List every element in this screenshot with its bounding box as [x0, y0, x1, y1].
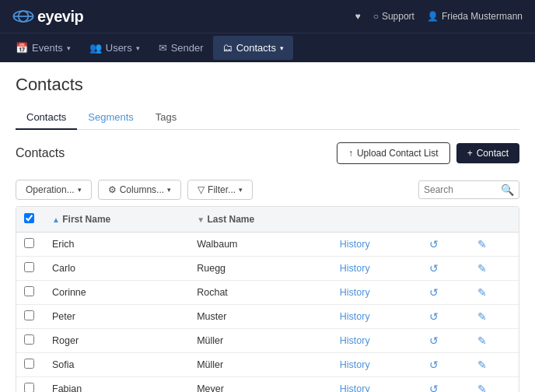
history-link[interactable]: History: [340, 263, 370, 274]
row-checkbox[interactable]: [24, 286, 34, 296]
refresh-icon[interactable]: ↺: [429, 310, 439, 323]
row-last-name: Müller: [189, 353, 332, 377]
row-checkbox[interactable]: [24, 334, 34, 345]
filter-dropdown-icon: ▾: [239, 186, 243, 194]
history-col-header: [332, 207, 421, 233]
row-last-name: Meyer: [189, 377, 332, 393]
subnav-item-users[interactable]: 👥 Users ▾: [80, 36, 149, 60]
edit-icon[interactable]: ✎: [477, 262, 487, 275]
search-input[interactable]: [424, 184, 501, 195]
history-link[interactable]: History: [340, 311, 370, 322]
edit-icon[interactable]: ✎: [477, 359, 487, 371]
filter-button[interactable]: ▽ Filter... ▾: [187, 180, 253, 200]
operation-button[interactable]: Operation... ▾: [16, 180, 92, 200]
logo-svg: [12, 9, 34, 23]
row-checkbox-cell: [16, 329, 44, 353]
last-name-header[interactable]: ▼ Last Name: [189, 207, 332, 233]
row-checkbox-cell: [16, 353, 44, 377]
contacts-dropdown-icon: ▾: [280, 44, 284, 52]
row-checkbox[interactable]: [24, 262, 34, 272]
first-name-header[interactable]: ▲ First Name: [44, 207, 189, 233]
navbar: eyevip ♥ ○ Support 👤 Frieda Mustermann: [0, 0, 535, 33]
row-checkbox[interactable]: [24, 383, 34, 392]
row-edit-cell: ✎: [470, 305, 519, 329]
table-row: Corinne Rochat History ↺ ✎: [16, 281, 519, 305]
history-link[interactable]: History: [340, 383, 370, 392]
operation-dropdown-icon: ▾: [78, 186, 82, 194]
users-icon: 👥: [89, 42, 102, 54]
navbar-right: ♥ ○ Support 👤 Frieda Mustermann: [355, 11, 523, 22]
history-link[interactable]: History: [340, 359, 370, 370]
row-history-cell: History: [332, 281, 421, 305]
row-first-name: Peter: [44, 305, 189, 329]
tab-segments[interactable]: Segments: [77, 106, 145, 130]
users-dropdown-icon: ▾: [136, 44, 140, 52]
edit-icon[interactable]: ✎: [477, 238, 487, 250]
columns-button[interactable]: ⚙ Columns... ▾: [98, 180, 181, 200]
refresh-col-header: [421, 207, 470, 233]
table-row: Sofia Müller History ↺ ✎: [16, 353, 519, 377]
table-row: Erich Walbaum History ↺ ✎: [16, 233, 519, 257]
page-content: Contacts Contacts Segments Tags Contacts…: [0, 62, 535, 392]
user-icon: 👤: [427, 11, 439, 22]
edit-icon[interactable]: ✎: [477, 286, 487, 299]
search-icon[interactable]: 🔍: [501, 184, 514, 196]
row-checkbox[interactable]: [24, 310, 34, 320]
row-checkbox[interactable]: [24, 359, 34, 369]
section-header: Contacts ↑ Upload Contact List + Contact: [16, 142, 519, 164]
row-last-name: Rochat: [189, 281, 332, 305]
row-refresh-cell: ↺: [421, 281, 470, 305]
check-all-checkbox[interactable]: [24, 213, 34, 223]
row-refresh-cell: ↺: [421, 257, 470, 281]
row-history-cell: History: [332, 377, 421, 393]
edit-col-header: [470, 207, 519, 233]
refresh-icon[interactable]: ↺: [429, 238, 439, 250]
row-last-name: Ruegg: [189, 257, 332, 281]
navbar-left: eyevip: [12, 8, 83, 26]
history-link[interactable]: History: [340, 287, 370, 298]
subnav-item-contacts[interactable]: 🗂 Contacts ▾: [213, 36, 293, 60]
events-icon: 📅: [16, 42, 28, 54]
user-menu[interactable]: 👤 Frieda Mustermann: [427, 11, 523, 22]
refresh-icon[interactable]: ↺: [429, 359, 439, 371]
refresh-icon[interactable]: ↺: [429, 286, 439, 299]
history-link[interactable]: History: [340, 335, 370, 346]
contacts-table-wrap: ▲ First Name ▼ Last Name Erich Wa: [16, 206, 519, 392]
history-link[interactable]: History: [340, 239, 370, 250]
row-refresh-cell: ↺: [421, 353, 470, 377]
table-row: Peter Muster History ↺ ✎: [16, 305, 519, 329]
search-wrapper: 🔍: [418, 180, 519, 199]
columns-dropdown-icon: ▾: [167, 186, 171, 194]
table-header: ▲ First Name ▼ Last Name: [16, 207, 519, 233]
edit-icon[interactable]: ✎: [477, 334, 487, 347]
plus-icon: +: [467, 148, 473, 159]
row-refresh-cell: ↺: [421, 329, 470, 353]
row-first-name: Fabian: [44, 377, 189, 393]
row-history-cell: History: [332, 353, 421, 377]
subnav-item-events[interactable]: 📅 Events ▾: [6, 36, 80, 60]
row-edit-cell: ✎: [470, 257, 519, 281]
row-edit-cell: ✎: [470, 329, 519, 353]
subnav-item-sender[interactable]: ✉ Sender: [149, 36, 213, 60]
logo[interactable]: eyevip: [12, 8, 83, 26]
refresh-icon[interactable]: ↺: [429, 262, 439, 275]
refresh-icon[interactable]: ↺: [429, 383, 439, 392]
row-first-name: Corinne: [44, 281, 189, 305]
edit-icon[interactable]: ✎: [477, 383, 487, 392]
row-checkbox-cell: [16, 305, 44, 329]
edit-icon[interactable]: ✎: [477, 310, 487, 323]
section-title: Contacts: [16, 146, 65, 160]
tab-tags[interactable]: Tags: [145, 106, 187, 130]
support-link[interactable]: ○ Support: [373, 11, 414, 22]
row-edit-cell: ✎: [470, 353, 519, 377]
check-all-header: [16, 207, 44, 233]
header-buttons: ↑ Upload Contact List + Contact: [337, 142, 519, 164]
add-contact-button[interactable]: + Contact: [456, 143, 519, 163]
upload-contact-list-button[interactable]: ↑ Upload Contact List: [337, 142, 450, 164]
row-last-name: Muster: [189, 305, 332, 329]
heart-icon[interactable]: ♥: [355, 11, 361, 22]
table-body: Erich Walbaum History ↺ ✎ Carlo Ruegg Hi…: [16, 233, 519, 393]
row-checkbox[interactable]: [24, 238, 34, 248]
refresh-icon[interactable]: ↺: [429, 334, 439, 347]
tab-contacts[interactable]: Contacts: [16, 106, 77, 130]
